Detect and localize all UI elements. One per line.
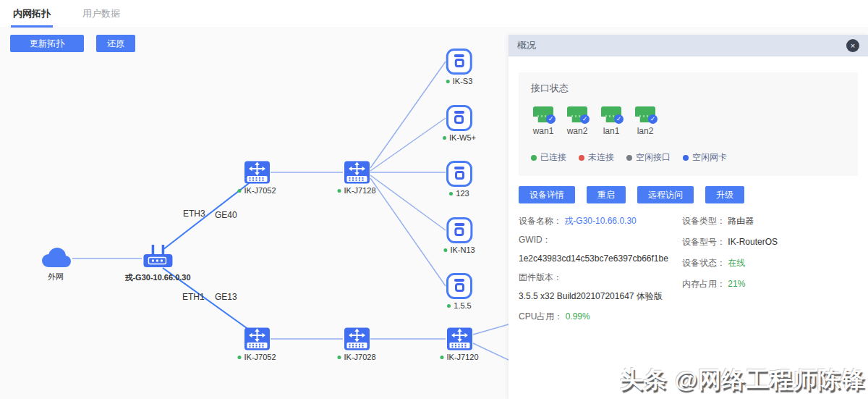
legend-connected: 已连接	[531, 151, 566, 164]
device-type-row: 设备类型： 路由器	[682, 216, 858, 227]
port-lan2: ✓ lan2	[633, 106, 658, 136]
device-status-value: 在线	[728, 258, 745, 268]
legend-idle-nic: 空闲网卡	[683, 151, 727, 164]
node-label: IK-J7120	[440, 353, 478, 361]
legend-dot-gray	[626, 155, 632, 161]
topology-toolbar: 更新拓扑 还原	[10, 35, 135, 52]
close-icon[interactable]: ×	[846, 39, 859, 52]
upgrade-button[interactable]: 升级	[705, 186, 744, 203]
device-details-button[interactable]: 设备详情	[519, 186, 575, 203]
overview-panel: 概况 × 接口状态 ✓ wan1 ✓ wan2 ✓ lan1	[509, 35, 868, 399]
topology-node-switch[interactable]: IK-J7052	[237, 161, 276, 195]
reboot-button[interactable]: 重启	[587, 186, 626, 203]
device-name-row: 设备名称： 戎-G30-10.66.0.30	[519, 216, 682, 227]
node-label: IK-J7052	[237, 353, 276, 361]
node-label: 戎-G30-10.66.0.30	[124, 272, 190, 283]
restore-button[interactable]: 还原	[96, 35, 135, 52]
watermark-text: 头条 @网络工程师陈锋	[620, 364, 865, 396]
remote-access-button[interactable]: 远程访问	[637, 186, 694, 203]
topology-node-wan[interactable]: 外网	[38, 246, 73, 282]
switch-icon	[244, 327, 270, 350]
gwid-label: GWID：	[519, 235, 682, 245]
device-info: 设备名称： 戎-G30-10.66.0.30 GWID： 1e2c43983cd…	[519, 216, 858, 330]
topology-node-ap[interactable]: 123	[446, 161, 472, 198]
device-actions: 设备详情 重启 远程访问 升级	[519, 186, 858, 203]
switch-icon	[244, 161, 270, 184]
device-info-right: 设备类型： 路由器 设备型号： IK-RouterOS 设备状态： 在线 内存占…	[682, 216, 858, 330]
access-point-icon	[446, 217, 472, 243]
online-dot	[449, 192, 453, 196]
switch-icon	[344, 161, 370, 184]
online-dot	[237, 189, 241, 193]
tab-user-data[interactable]: 用户数据	[82, 0, 120, 28]
cpu-usage-row: CPU占用： 0.99%	[519, 311, 682, 322]
memory-usage-value: 21%	[728, 279, 745, 289]
legend-idle-port: 空闲接口	[626, 151, 671, 164]
online-dot	[443, 136, 446, 140]
router-icon	[141, 244, 174, 270]
legend-disconnected: 未连接	[579, 151, 614, 164]
topology-node-switch[interactable]: IK-J7028	[337, 327, 375, 361]
topology-node-ap[interactable]: IK-S3	[446, 49, 473, 85]
access-point-icon	[446, 105, 472, 131]
port-legend: 已连接 未连接 空闲接口 空闲网卡	[531, 151, 846, 164]
node-label: IK-W5+	[443, 133, 476, 142]
topology-node-ap[interactable]: 1.5.5	[446, 273, 472, 310]
port-wan1: ✓ wan1	[531, 106, 556, 136]
device-status-row: 设备状态： 在线	[682, 258, 858, 269]
interface-status-title: 接口状态	[531, 82, 846, 95]
top-tab-bar: 内网拓扑 用户数据	[0, 0, 868, 28]
switch-icon	[344, 327, 370, 350]
online-dot	[337, 356, 341, 359]
online-dot	[447, 304, 451, 308]
gwid-value: 1e2c43983cd14c53bc7e6397cb66f1be	[519, 253, 682, 264]
node-label: 123	[449, 189, 469, 198]
tab-intranet-topology[interactable]: 内网拓扑	[13, 0, 51, 28]
legend-dot-red	[579, 155, 584, 161]
panel-body: 接口状态 ✓ wan1 ✓ wan2 ✓ lan1	[509, 56, 868, 330]
online-dot	[440, 356, 443, 359]
access-point-icon	[446, 161, 472, 187]
device-info-left: 设备名称： 戎-G30-10.66.0.30 GWID： 1e2c43983cd…	[519, 216, 682, 330]
check-badge-icon: ✓	[580, 114, 590, 124]
port-wan2: ✓ wan2	[565, 106, 590, 136]
topology-node-ap[interactable]: IK-N13	[443, 217, 475, 254]
firmware-value: 3.5.5 x32 Build202107201647 体验版	[519, 291, 682, 302]
online-dot	[446, 80, 450, 83]
node-label: IK-J7028	[337, 353, 375, 361]
edge-label-eth3: ETH3	[183, 209, 205, 219]
topology-node-switch[interactable]: IK-J7128	[337, 161, 375, 195]
memory-usage-row: 内存占用： 21%	[682, 279, 858, 290]
cloud-icon	[38, 246, 73, 269]
edge-label-ge13: GE13	[215, 292, 237, 302]
update-topology-button[interactable]: 更新拓扑	[10, 35, 84, 52]
panel-title: 概况	[517, 39, 846, 52]
access-point-icon	[446, 273, 472, 299]
topology-node-router[interactable]: 戎-G30-10.66.0.30	[124, 244, 190, 283]
node-label: 1.5.5	[447, 301, 471, 310]
legend-dot-green	[531, 155, 537, 161]
device-name-link[interactable]: 戎-G30-10.66.0.30	[564, 216, 636, 226]
cpu-usage-value: 0.99%	[566, 311, 590, 322]
topology-node-ap[interactable]: IK-W5+	[443, 105, 476, 142]
node-label: IK-J7128	[337, 186, 375, 195]
device-model-row: 设备型号： IK-RouterOS	[682, 237, 858, 248]
interface-status-card: 接口状态 ✓ wan1 ✓ wan2 ✓ lan1	[519, 72, 858, 176]
edge-label-eth1: ETH1	[182, 292, 205, 302]
check-badge-icon: ✓	[614, 114, 624, 124]
topology-node-switch[interactable]: IK-J7052	[237, 327, 276, 361]
port-lan1: ✓ lan1	[599, 106, 624, 136]
access-point-icon	[446, 49, 472, 75]
check-badge-icon: ✓	[546, 114, 556, 124]
firmware-label: 固件版本：	[519, 272, 682, 283]
online-dot	[443, 248, 447, 252]
node-label: IK-S3	[446, 77, 473, 85]
switch-icon	[446, 327, 472, 350]
node-label: IK-N13	[443, 245, 475, 254]
topology-node-switch[interactable]: IK-J7120	[440, 327, 478, 361]
check-badge-icon: ✓	[648, 114, 658, 124]
node-label: 外网	[48, 272, 64, 282]
legend-dot-blue	[683, 155, 689, 161]
edge-label-ge40: GE40	[215, 210, 237, 220]
ports-row: ✓ wan1 ✓ wan2 ✓ lan1 ✓ lan2	[531, 106, 846, 136]
